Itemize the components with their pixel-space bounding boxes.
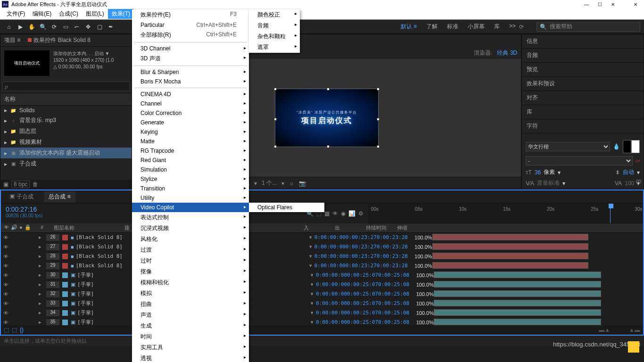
menu-item--[interactable]: 扭曲 bbox=[132, 299, 249, 310]
stretch[interactable]: 100.0% bbox=[408, 254, 432, 259]
parent-dropdown[interactable]: ▾ bbox=[308, 291, 316, 297]
visibility-toggle[interactable]: 👁 bbox=[1, 301, 10, 306]
menu-item--[interactable]: 透视 bbox=[132, 353, 249, 362]
menu-item-generate[interactable]: Generate bbox=[132, 118, 249, 127]
eyedropper-icon[interactable]: 💧 bbox=[613, 143, 620, 150]
preview-panel-header[interactable]: 预览 bbox=[522, 63, 644, 77]
in-header[interactable]: 入 bbox=[302, 223, 333, 232]
minimize-button[interactable]: — bbox=[580, 0, 593, 8]
layer-color[interactable] bbox=[62, 320, 68, 325]
effects-side-menu[interactable]: 颜色校正音频杂色和颗粒遮罩 bbox=[249, 9, 300, 53]
draft3d-icon[interactable]: ▦ bbox=[324, 210, 330, 217]
duration[interactable]: 0:00:25:08 bbox=[378, 300, 409, 306]
timeline-layer-row[interactable]: 👁 ▸ 28 ■ [Black Solid 8] ▾ 0:00:00:00 0:… bbox=[1, 252, 643, 261]
time-ruler[interactable]: 00s05s10s15s20s25s30s bbox=[368, 204, 643, 223]
visibility-toggle[interactable]: 👁 bbox=[1, 272, 10, 278]
menu-item-rg-trapcode[interactable]: RG Trapcode bbox=[132, 146, 249, 156]
twirl-icon[interactable]: ▸ bbox=[39, 244, 46, 250]
out-point[interactable]: 0:00:25:07 bbox=[347, 281, 378, 288]
menu-item-keying[interactable]: Keying bbox=[132, 127, 249, 137]
tracking[interactable]: 100 bbox=[625, 180, 634, 187]
orbit-tool-icon[interactable]: ⟳ bbox=[49, 22, 59, 32]
visibility-toggle[interactable]: 👁 bbox=[1, 235, 10, 240]
timecode-display[interactable]: 0:00:27:16 00826 (30.00 fps) bbox=[1, 204, 71, 223]
layer-bar[interactable] bbox=[434, 300, 601, 306]
menu-item--[interactable]: 沉浸式视频 bbox=[132, 223, 249, 234]
out-point[interactable]: 0:00:25:07 bbox=[347, 272, 378, 278]
layer-bar[interactable] bbox=[432, 243, 588, 250]
bpc-button[interactable]: 8 bpc bbox=[11, 181, 30, 188]
visibility-toggle[interactable]: 👁 bbox=[1, 291, 10, 297]
in-point[interactable]: 0:00:00:00 bbox=[316, 281, 347, 288]
parent-dropdown[interactable]: ▾ bbox=[308, 281, 316, 288]
font-size[interactable]: 36 bbox=[535, 169, 541, 176]
hand-tool-icon[interactable]: ✋ bbox=[26, 22, 37, 32]
menu-item--[interactable]: 抠像 bbox=[132, 266, 249, 277]
video-copilot-submenu[interactable]: Optical Flares bbox=[249, 203, 324, 212]
visibility-toggle[interactable]: 👁 bbox=[1, 244, 10, 250]
layer-bar[interactable] bbox=[434, 281, 601, 288]
duration[interactable]: 0:00:23:28 bbox=[377, 234, 408, 240]
project-search-input[interactable] bbox=[2, 82, 130, 91]
timeline-layer-row[interactable]: 👁 ▸ 33 ▣ [手掌] ▾ 0:00:00:00 0:00:25:07 0:… bbox=[1, 299, 643, 308]
brainstorm-icon[interactable]: ⚙ bbox=[358, 210, 363, 217]
parent-dropdown[interactable]: ▾ bbox=[308, 300, 316, 306]
menu-item-matte[interactable]: Matte bbox=[132, 137, 249, 146]
project-name-header[interactable]: 名称 bbox=[0, 93, 132, 106]
duration[interactable]: 0:00:25:08 bbox=[378, 291, 409, 297]
duration[interactable]: 0:00:25:08 bbox=[378, 310, 409, 316]
parent-dropdown[interactable]: ▾ bbox=[307, 263, 314, 269]
menu-item--[interactable]: 风格化 bbox=[132, 234, 249, 245]
workspace-small[interactable]: 小屏幕 bbox=[468, 23, 485, 31]
help-search[interactable]: 🔍 搜索帮助 bbox=[537, 22, 640, 32]
out-point[interactable]: 0:00:25:07 bbox=[347, 300, 378, 306]
layer-color[interactable] bbox=[62, 263, 68, 269]
twirl-icon[interactable]: ▸ bbox=[39, 300, 46, 306]
project-item[interactable]: ▸♪背景音乐. mp3 bbox=[0, 115, 132, 126]
stretch[interactable]: 100.0% bbox=[408, 263, 432, 269]
layer-name[interactable]: [手掌] bbox=[77, 281, 139, 288]
stretch[interactable]: 100.0% bbox=[409, 282, 434, 288]
menu-item-utility[interactable]: Utility bbox=[132, 193, 249, 203]
menu-item[interactable]: 颜色校正 bbox=[249, 9, 300, 20]
layer-color[interactable] bbox=[62, 244, 68, 250]
stretch[interactable]: 100.0% bbox=[409, 301, 434, 306]
project-item[interactable]: ▸▣添加你的文本内容 盛大震撼启动 bbox=[0, 148, 132, 158]
duration[interactable]: 0:00:25:08 bbox=[378, 281, 409, 288]
menu-item[interactable]: ParticularCtrl+Alt+Shift+E bbox=[132, 20, 249, 30]
menu-item[interactable]: 音频 bbox=[249, 20, 300, 31]
stretch[interactable]: 100.0% bbox=[409, 320, 434, 325]
layer-name[interactable]: [手掌] bbox=[77, 300, 139, 307]
layer-color[interactable] bbox=[62, 272, 68, 278]
twirl-icon[interactable]: ▸ bbox=[39, 281, 46, 288]
zoom-tool-icon[interactable]: 🔍 bbox=[38, 22, 48, 32]
visibility-toggle[interactable]: 👁 bbox=[1, 282, 10, 288]
stroke-icon[interactable]: ▱ bbox=[636, 157, 640, 164]
sync-icon[interactable]: ⟳ bbox=[516, 24, 527, 30]
menu-item--[interactable]: 过时 bbox=[132, 255, 249, 266]
layer-name[interactable]: [Black Solid 8] bbox=[76, 234, 137, 240]
leading[interactable]: 自动 bbox=[623, 168, 634, 176]
parent-dropdown[interactable]: ▾ bbox=[308, 319, 316, 325]
rotate-tool-icon[interactable]: ⤺ bbox=[72, 22, 82, 32]
layer-name[interactable]: [手掌] bbox=[77, 319, 139, 325]
layer-name[interactable]: [手掌] bbox=[77, 290, 139, 297]
anchor-tool-icon[interactable]: ✥ bbox=[83, 22, 93, 32]
timeline-tab-main[interactable]: 总合成 ≡ bbox=[44, 191, 75, 202]
optical-flares-item[interactable]: Optical Flares bbox=[249, 203, 324, 212]
stretch[interactable]: 100.0% bbox=[409, 272, 434, 278]
parent-dropdown[interactable]: ▾ bbox=[308, 272, 316, 278]
timeline-layer-row[interactable]: 👁 ▸ 30 ▣ [手掌] ▾ 0:00:00:00 0:00:25:07 0:… bbox=[1, 271, 643, 280]
graph-icon[interactable]: 📊 bbox=[348, 210, 355, 217]
menu-item-transition[interactable]: Transition bbox=[132, 184, 249, 193]
timeline-layer-row[interactable]: 👁 ▸ 29 ■ [Black Solid 8] ▾ 0:00:00:00 0:… bbox=[1, 261, 643, 271]
layer-bar[interactable] bbox=[434, 272, 601, 278]
camera-tool-icon[interactable]: ▭ bbox=[60, 22, 71, 32]
layer-bar[interactable] bbox=[432, 234, 588, 240]
character-panel-header[interactable]: 字符 bbox=[522, 119, 644, 133]
comp-preview[interactable]: "冰弈美" 冰装产业公共服务平台 项目启动仪式 bbox=[275, 89, 379, 147]
timeline-tab-sub[interactable]: ▣ 子合成 bbox=[5, 191, 38, 202]
duration[interactable]: 0:00:25:08 bbox=[378, 272, 409, 278]
out-point[interactable]: 0:00:23:27 bbox=[346, 244, 377, 250]
timeline-layer-row[interactable]: 👁 ▸ 27 ■ [Black Solid 8] ▾ 0:00:00:00 0:… bbox=[1, 242, 643, 252]
